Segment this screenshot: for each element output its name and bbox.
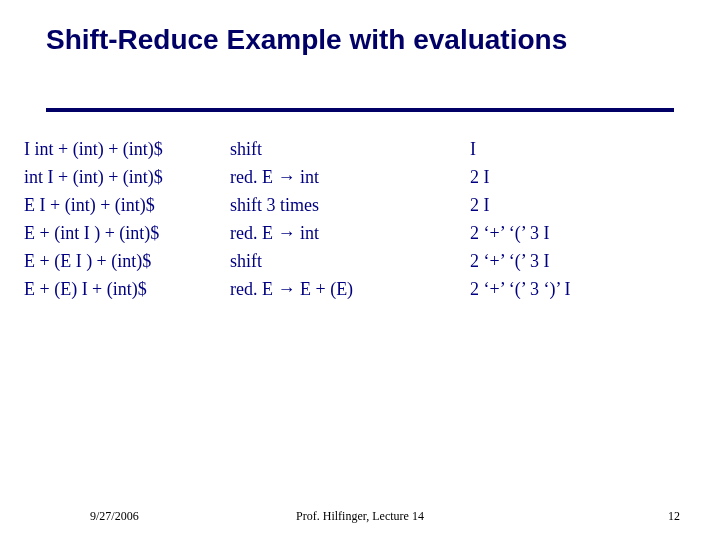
table-row: E I + (int) + (int)$ shift 3 times 2 I <box>24 192 696 218</box>
table-row: I int + (int) + (int)$ shift I <box>24 136 696 162</box>
action-text: shift 3 times <box>230 195 319 215</box>
table-row: int I + (int) + (int)$ red. E → int 2 I <box>24 164 696 190</box>
footer: 9/27/2006 Prof. Hilfinger, Lecture 14 12 <box>0 509 720 524</box>
action-cell: red. E → int <box>230 164 470 190</box>
title-rule <box>46 108 674 112</box>
action-cell: shift <box>230 136 470 162</box>
slide: Shift-Reduce Example with evaluations I … <box>0 0 720 540</box>
action-cell: red. E → E + (E) <box>230 276 470 302</box>
stack-cell: E I + (int) + (int)$ <box>24 192 230 218</box>
action-rhs: E + (E) <box>295 279 353 299</box>
action-cell: shift 3 times <box>230 192 470 218</box>
arrow-icon: → <box>277 223 295 243</box>
stack-cell: I int + (int) + (int)$ <box>24 136 230 162</box>
content-table: I int + (int) + (int)$ shift I int I + (… <box>24 136 696 304</box>
eval-cell: 2 ‘+’ ‘(’ 3 ‘)’ I <box>470 276 696 302</box>
action-rhs: int <box>295 167 319 187</box>
action-cell: red. E → int <box>230 220 470 246</box>
stack-cell: int I + (int) + (int)$ <box>24 164 230 190</box>
stack-cell: E + (int I ) + (int)$ <box>24 220 230 246</box>
footer-date: 9/27/2006 <box>90 509 139 524</box>
eval-cell: 2 I <box>470 164 696 190</box>
arrow-icon: → <box>277 167 295 187</box>
eval-cell: 2 I <box>470 192 696 218</box>
table-row: E + (int I ) + (int)$ red. E → int 2 ‘+’… <box>24 220 696 246</box>
action-text: red. E <box>230 167 277 187</box>
stack-cell: E + (E I ) + (int)$ <box>24 248 230 274</box>
stack-cell: E + (E) I + (int)$ <box>24 276 230 302</box>
footer-page: 12 <box>668 509 680 524</box>
eval-cell: 2 ‘+’ ‘(’ 3 I <box>470 248 696 274</box>
arrow-icon: → <box>277 279 295 299</box>
action-text: shift <box>230 251 262 271</box>
action-rhs: int <box>295 223 319 243</box>
page-title: Shift-Reduce Example with evaluations <box>46 24 567 56</box>
eval-cell: I <box>470 136 696 162</box>
table-row: E + (E) I + (int)$ red. E → E + (E) 2 ‘+… <box>24 276 696 302</box>
table-row: E + (E I ) + (int)$ shift 2 ‘+’ ‘(’ 3 I <box>24 248 696 274</box>
action-cell: shift <box>230 248 470 274</box>
action-text: shift <box>230 139 262 159</box>
action-text: red. E <box>230 223 277 243</box>
action-text: red. E <box>230 279 277 299</box>
eval-cell: 2 ‘+’ ‘(’ 3 I <box>470 220 696 246</box>
